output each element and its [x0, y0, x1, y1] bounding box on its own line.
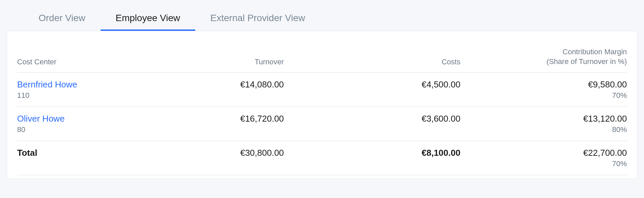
cell-share: 70% — [481, 91, 627, 100]
cell-margin: €13,120.00 — [583, 114, 627, 124]
total-margin: €22,700.00 — [583, 148, 627, 158]
cost-center-code: 80 — [17, 125, 188, 134]
header-margin-line1: Contribution Margin — [562, 48, 627, 56]
cell-share: 80% — [481, 125, 627, 134]
total-label: Total — [17, 141, 188, 175]
data-panel: Cost Center Turnover Costs Contribution … — [7, 31, 637, 179]
cell-turnover: €14,080.00 — [188, 73, 334, 107]
header-contribution-margin: Contribution Margin (Share of Turnover i… — [481, 41, 627, 73]
header-turnover: Turnover — [188, 41, 334, 73]
cost-center-code: 110 — [17, 91, 188, 100]
table-row-total: Total €30,800.00 €8,100.00 €22,700.00 70… — [17, 141, 627, 175]
header-cost-center: Cost Center — [17, 41, 188, 73]
table-row: Oliver Howe 80 €16,720.00 €3,600.00 €13,… — [17, 107, 627, 141]
table-row: Bernfried Howe 110 €14,080.00 €4,500.00 … — [17, 73, 627, 107]
tab-bar: Order View Employee View External Provid… — [7, 0, 637, 31]
cell-margin: €9,580.00 — [588, 79, 627, 89]
total-costs: €8,100.00 — [334, 141, 480, 175]
cost-center-table: Cost Center Turnover Costs Contribution … — [17, 41, 627, 175]
cost-center-link[interactable]: Oliver Howe — [17, 114, 65, 124]
header-margin-line2: (Share of Turnover in %) — [546, 57, 627, 66]
tab-order-view[interactable]: Order View — [23, 7, 101, 31]
cost-center-link[interactable]: Bernfried Howe — [17, 79, 77, 90]
tab-external-provider-view[interactable]: External Provider View — [195, 7, 320, 31]
total-turnover: €30,800.00 — [188, 141, 334, 175]
total-share: 70% — [481, 159, 627, 168]
tab-employee-view[interactable]: Employee View — [101, 7, 195, 31]
cell-turnover: €16,720.00 — [188, 107, 334, 141]
header-costs: Costs — [334, 41, 480, 73]
cell-costs: €4,500.00 — [334, 73, 480, 107]
cell-costs: €3,600.00 — [334, 107, 480, 141]
